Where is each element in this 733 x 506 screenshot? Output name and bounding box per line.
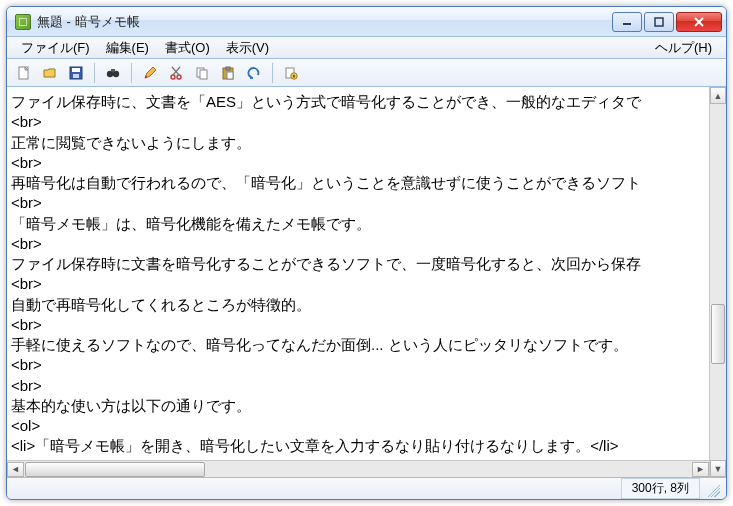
titlebar[interactable]: 無題 - 暗号メモ帳 <box>7 7 726 37</box>
editor-line[interactable]: 自動で再暗号化してくれるところが特徴的。 <box>11 295 707 315</box>
paste-icon <box>220 65 236 81</box>
svg-line-14 <box>173 67 180 75</box>
editor-line[interactable]: 正常に閲覧できないようにします。 <box>11 133 707 153</box>
menu-file[interactable]: ファイル(F) <box>13 37 98 59</box>
paste-button[interactable] <box>217 62 239 84</box>
lock-icon <box>283 65 299 81</box>
scroll-right-button[interactable]: ► <box>692 462 709 477</box>
svg-rect-17 <box>200 70 207 79</box>
save-button[interactable] <box>65 62 87 84</box>
open-button[interactable] <box>39 62 61 84</box>
svg-rect-23 <box>293 75 295 78</box>
svg-point-12 <box>171 75 175 79</box>
scissors-icon <box>168 65 184 81</box>
find-button[interactable] <box>102 62 124 84</box>
editor-line[interactable]: <br> <box>11 193 707 213</box>
menu-help[interactable]: ヘルプ(H) <box>647 37 720 59</box>
undo-icon <box>246 65 262 81</box>
undo-button[interactable] <box>243 62 265 84</box>
menu-format[interactable]: 書式(O) <box>157 37 218 59</box>
scroll-up-button[interactable]: ▲ <box>710 87 726 104</box>
editor-line[interactable]: ファイル保存時に文書を暗号化することができるソフトで、一度暗号化すると、次回から… <box>11 254 707 274</box>
menubar: ファイル(F) 編集(E) 書式(O) 表示(V) ヘルプ(H) <box>7 37 726 59</box>
editor-line[interactable]: <br> <box>11 153 707 173</box>
app-icon <box>15 14 31 30</box>
editor-line[interactable]: <br> <box>11 315 707 335</box>
svg-point-13 <box>177 75 181 79</box>
encrypt-button[interactable] <box>280 62 302 84</box>
editor-line[interactable]: ファイル保存時に、文書を「AES」という方式で暗号化することができ、一般的なエデ… <box>11 92 707 112</box>
editor-line[interactable]: <li>「暗号メモ帳」を開き、暗号化したい文章を入力するなり貼り付けるなりします… <box>11 436 707 456</box>
new-icon <box>16 65 32 81</box>
copy-button[interactable] <box>191 62 213 84</box>
scroll-down-button[interactable]: ▼ <box>710 460 726 477</box>
text-editor[interactable]: ファイル保存時に、文書を「AES」という方式で暗号化することができ、一般的なエデ… <box>7 88 709 460</box>
toolbar-separator <box>131 63 132 83</box>
copy-icon <box>194 65 210 81</box>
window-title: 無題 - 暗号メモ帳 <box>37 13 140 31</box>
editor-line[interactable]: <br> <box>11 112 707 132</box>
save-icon <box>68 65 84 81</box>
highlight-button[interactable] <box>139 62 161 84</box>
editor-line[interactable]: <br> <box>11 234 707 254</box>
editor-line[interactable]: 再暗号化は自動で行われるので、「暗号化」ということを意識せずに使うことができるソ… <box>11 173 707 193</box>
svg-rect-7 <box>73 74 79 78</box>
maximize-button[interactable] <box>644 12 674 32</box>
svg-rect-19 <box>226 67 230 70</box>
editor-line[interactable]: 基本的な使い方は以下の通りです。 <box>11 396 707 416</box>
svg-rect-20 <box>227 72 233 79</box>
editor-line[interactable]: <br> <box>11 274 707 294</box>
hscroll-thumb[interactable] <box>25 462 205 477</box>
svg-point-11 <box>145 75 147 77</box>
cursor-position: 300行, 8列 <box>621 478 700 499</box>
toolbar-separator <box>94 63 95 83</box>
pencil-icon <box>142 65 158 81</box>
svg-line-15 <box>172 67 179 75</box>
editor-line[interactable]: <br> <box>11 355 707 375</box>
editor-line[interactable]: <br> <box>11 376 707 396</box>
application-window: 無題 - 暗号メモ帳 ファイル(F) 編集(E) 書式(O) 表示(V) ヘルプ… <box>6 6 727 500</box>
svg-rect-1 <box>655 18 663 26</box>
hscroll-track[interactable] <box>25 462 691 477</box>
minimize-button[interactable] <box>612 12 642 32</box>
statusbar: 300行, 8列 <box>7 477 726 499</box>
new-button[interactable] <box>13 62 35 84</box>
resize-grip[interactable] <box>704 481 720 497</box>
menu-view[interactable]: 表示(V) <box>218 37 277 59</box>
svg-rect-10 <box>111 69 115 72</box>
svg-rect-6 <box>72 68 80 72</box>
editor-line[interactable]: 「暗号メモ帳」は、暗号化機能を備えたメモ帳です。 <box>11 214 707 234</box>
toolbar-separator <box>272 63 273 83</box>
scroll-left-button[interactable]: ◄ <box>7 462 24 477</box>
editor-line[interactable]: <ol> <box>11 416 707 436</box>
toolbar <box>7 59 726 87</box>
horizontal-scrollbar[interactable]: ◄ ► <box>7 460 709 477</box>
vscroll-thumb[interactable] <box>711 304 725 364</box>
binoculars-icon <box>105 65 121 81</box>
editor-line[interactable]: 手軽に使えるソフトなので、暗号化ってなんだか面倒... という人にピッタリなソフ… <box>11 335 707 355</box>
vertical-scrollbar[interactable]: ▲ ▼ <box>709 87 726 477</box>
open-icon <box>42 65 58 81</box>
close-button[interactable] <box>676 12 722 32</box>
cut-button[interactable] <box>165 62 187 84</box>
menu-edit[interactable]: 編集(E) <box>98 37 157 59</box>
vscroll-track[interactable] <box>710 104 726 460</box>
